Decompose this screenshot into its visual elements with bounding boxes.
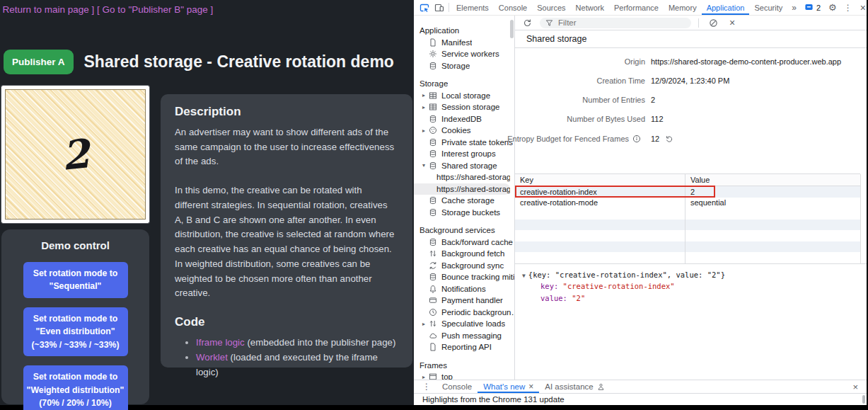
sidebar-item-service-workers[interactable]: Service workers (414, 48, 514, 60)
devtools-tab-security[interactable]: Security (749, 0, 787, 15)
tree-arrow[interactable]: ▸ (419, 127, 428, 134)
sidebar-item-back-forward-cache[interactable]: Back/forward cache (414, 237, 514, 249)
item-icon (428, 284, 437, 293)
sidebar-scrollbar-thumb[interactable] (510, 20, 514, 38)
ai-assistance-icon (597, 383, 605, 391)
devtools-tab-performance[interactable]: Performance (609, 0, 664, 15)
column-key[interactable]: Key (515, 174, 685, 186)
drawer-tab-ai-assistance[interactable]: AI assistance (539, 380, 610, 393)
shared-storage-panel: × Shared storage Origin https://shared-s… (515, 16, 867, 380)
set-rotation-mode-button[interactable]: Set rotation mode to "Even distribution"… (23, 307, 128, 356)
description-panel: Description An advertiser may want to sh… (161, 94, 412, 368)
sidebar-item-notifications[interactable]: Notifications (414, 283, 514, 295)
sidebar-item-private-state-tokens[interactable]: Private state tokens (414, 137, 514, 149)
table-row-empty[interactable] (515, 252, 860, 263)
sidebar-item-https-shared-storage[interactable]: https://shared-storage… (414, 183, 510, 195)
item-icon (428, 103, 437, 112)
sidebar-item-shared-storage[interactable]: ▾Shared storage (414, 160, 514, 172)
funnel-icon (545, 19, 553, 27)
devtools-tab-sources[interactable]: Sources (532, 0, 570, 15)
table-row-empty[interactable] (515, 220, 860, 231)
sidebar-item-interest-groups[interactable]: Interest groups (414, 148, 514, 160)
devtools-tab-application[interactable]: Application (702, 0, 750, 15)
entry-preview-pane: ▼{key: "creative-rotation-index", value:… (515, 263, 867, 380)
device-toolbar-icon[interactable] (432, 0, 446, 15)
info-icon[interactable] (632, 134, 641, 143)
sidebar-item-cookies[interactable]: ▸Cookies (414, 125, 514, 137)
refresh-icon[interactable] (520, 16, 535, 30)
code-link[interactable]: Iframe logic (196, 337, 245, 348)
metadata-view: Origin https://shared-storage-demo-conte… (515, 48, 867, 154)
sidebar-item-background-sync[interactable]: Background sync (414, 260, 514, 272)
inspect-element-icon[interactable] (417, 0, 432, 15)
devtools-tab-network[interactable]: Network (571, 0, 609, 15)
publisher-b-link[interactable]: Go to "Publisher B" page (103, 4, 208, 15)
preview-property: value: "2" (522, 292, 860, 304)
tree-arrow[interactable]: ▸ (419, 104, 428, 110)
issues-icon (804, 3, 814, 12)
item-icon (428, 331, 437, 340)
sidebar-item-storage-buckets[interactable]: Storage buckets (414, 207, 514, 219)
item-icon (428, 161, 437, 170)
more-tabs-chevron[interactable]: » (787, 3, 801, 13)
drawer-kebab-icon[interactable]: ⋮ (419, 382, 434, 392)
table-scrollbar-gutter[interactable] (860, 174, 867, 263)
sidebar-item-payment-handler[interactable]: Payment handler (414, 295, 514, 307)
reset-budget-icon[interactable] (664, 134, 673, 143)
delete-icon[interactable]: × (726, 17, 739, 28)
tree-arrow[interactable]: ▸ (419, 374, 428, 380)
close-tab-icon[interactable]: × (528, 382, 533, 392)
tree-arrow[interactable]: ▸ (419, 321, 428, 327)
drawer-close-icon[interactable]: × (850, 382, 861, 392)
sidebar-item-bounce-tracking-miti[interactable]: Bounce tracking miti… (414, 271, 514, 283)
tree-arrow[interactable]: ▾ (419, 162, 428, 169)
metadata-row: Number of Entries 2 (515, 96, 867, 104)
sidebar-item-https-shared-storage[interactable]: https://shared-storage… (414, 171, 510, 183)
sidebar-item-storage[interactable]: Storage (414, 60, 514, 72)
devtools-tab-elements[interactable]: Elements (451, 0, 494, 15)
settings-gear-icon[interactable]: ⚙ (826, 2, 840, 13)
sidebar-item-speculative-loads[interactable]: ▸Speculative loads (414, 318, 514, 330)
return-main-link[interactable]: Return to main page (3, 4, 89, 15)
section-title: Shared storage (515, 30, 867, 48)
filter-input[interactable] (557, 18, 666, 28)
sidebar-item-top[interactable]: ▸top (414, 371, 514, 380)
drawer-tab-console[interactable]: Console (436, 380, 478, 393)
devtools-window: ElementsConsoleSourcesNetworkPerformance… (414, 0, 867, 405)
table-header: Key Value (515, 174, 860, 186)
kebab-menu-icon[interactable]: ⋮ (841, 3, 855, 13)
metadata-row: Number of Bytes Used 112 (515, 115, 867, 123)
devtools-tab-memory[interactable]: Memory (664, 0, 702, 15)
sidebar-item-periodic-backgroun[interactable]: Periodic backgroun… (414, 307, 514, 319)
set-rotation-mode-button[interactable]: Set rotation mode to "Sequential" (23, 262, 128, 298)
item-icon (428, 196, 437, 205)
issues-counter[interactable]: 2 (801, 3, 824, 12)
code-link[interactable]: Worklet (196, 352, 228, 363)
table-row-empty[interactable] (515, 230, 860, 241)
filter-pill[interactable] (540, 18, 691, 28)
sidebar-item-manifest[interactable]: Manifest (414, 37, 514, 49)
drawer-scrollbar-thumb[interactable] (862, 395, 865, 404)
sidebar-item-cache-storage[interactable]: Cache storage (414, 195, 514, 207)
devtools-tab-console[interactable]: Console (494, 0, 532, 15)
sidebar-item-local-storage[interactable]: ▸Local storage (414, 90, 514, 102)
column-value[interactable]: Value (685, 174, 860, 186)
set-rotation-mode-button[interactable]: Set rotation mode to "Weighted distribut… (23, 365, 128, 410)
table-row[interactable]: creative-rotation-index2 (515, 186, 860, 198)
shared-storage-content: Shared storage Origin https://shared-sto… (515, 30, 867, 380)
table-row-empty[interactable] (515, 208, 860, 220)
description-para-1: An advertiser may want to show different… (175, 125, 398, 169)
sidebar-item-reporting-api[interactable]: Reporting API (414, 341, 514, 353)
sidebar-item-indexeddb[interactable]: IndexedDB (414, 113, 514, 125)
drawer-tab-whats-new[interactable]: What's new× (478, 380, 539, 393)
devtools-close-icon[interactable]: × (857, 2, 867, 13)
table-row[interactable]: creative-rotation-modesequential (515, 198, 860, 209)
sidebar-item-session-storage[interactable]: ▸Session storage (414, 101, 514, 113)
table-row-empty[interactable] (515, 241, 860, 253)
clear-icon[interactable] (706, 16, 721, 30)
tree-arrow[interactable]: ▸ (419, 92, 428, 98)
sidebar-item-push-messaging[interactable]: Push messaging (414, 330, 514, 342)
creative-ad: 2 (5, 89, 146, 220)
expand-triangle-icon[interactable]: ▼ (522, 273, 526, 279)
sidebar-item-background-fetch[interactable]: Background fetch (414, 248, 514, 260)
